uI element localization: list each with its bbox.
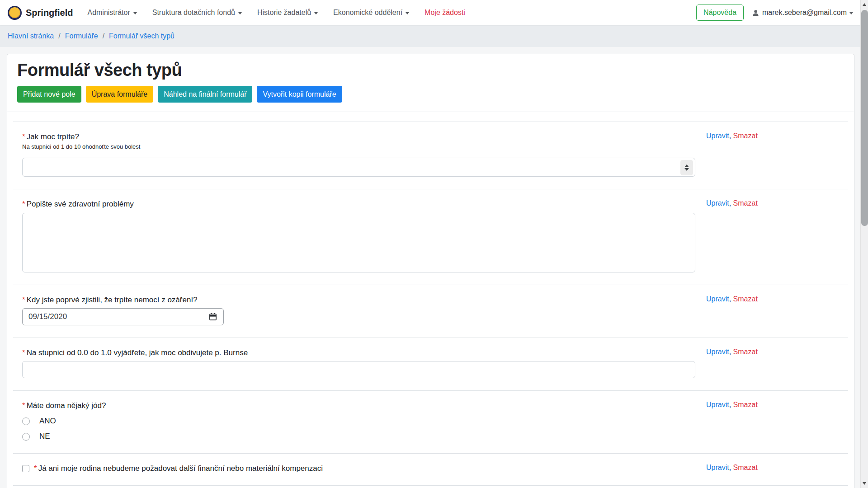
- select-stepper-icon: [680, 160, 693, 175]
- field-main: *Já ani moje rodina nebudeme požadovat d…: [22, 464, 695, 473]
- help-button[interactable]: Nápověda: [696, 5, 744, 21]
- action-separator: ,: [729, 132, 733, 140]
- breadcrumb: Hlavní stránka/Formuláře/Formulář všech …: [8, 32, 175, 40]
- checkbox-input[interactable]: [22, 465, 29, 472]
- radio-input[interactable]: [22, 433, 30, 441]
- delete-link[interactable]: Smazat: [733, 295, 758, 303]
- required-asterisk: *: [22, 296, 25, 304]
- field-actions: Upravit, Smazat: [695, 348, 848, 378]
- field-label: *Já ani moje rodina nebudeme požadovat d…: [22, 464, 695, 473]
- field-label-text: Na stupnici od 0.0 do 1.0 vyjádřete, jak…: [27, 348, 248, 357]
- edit-link[interactable]: Upravit: [706, 132, 729, 140]
- field-label-text: Popište své zdravotní problémy: [27, 200, 134, 208]
- breadcrumb-separator: /: [103, 32, 104, 40]
- toolbar: Přidat nové poleÚprava formulářeNáhled n…: [17, 86, 844, 103]
- breadcrumb-link[interactable]: Formulář všech typů: [109, 32, 175, 40]
- field-label-text: Kdy jste poprvé zjistili, že trpíte nemo…: [27, 296, 198, 304]
- edit-link[interactable]: Upravit: [706, 348, 729, 356]
- breadcrumb-link[interactable]: Formuláře: [65, 32, 98, 40]
- delete-link[interactable]: Smazat: [733, 464, 758, 471]
- radio-option[interactable]: NE: [22, 432, 695, 441]
- toolbar-button-n-hled-na-fin-ln-formul-[interactable]: Náhled na finální formulář: [158, 86, 252, 103]
- window-scrollbar[interactable]: [860, 0, 868, 488]
- text-input[interactable]: [22, 361, 695, 378]
- date-value: 09/15/2020: [28, 312, 67, 321]
- calendar-icon: [208, 312, 217, 324]
- delete-link[interactable]: Smazat: [733, 348, 758, 356]
- action-separator: ,: [729, 401, 733, 408]
- toolbar-button-p-idat-nov-pole[interactable]: Přidat nové pole: [17, 86, 81, 103]
- form-field-row: *Máte doma nějaký jód?ANONEUpravit, Smaz…: [13, 390, 848, 453]
- nav-menu: AdministrátorStruktura dotačních fondůHi…: [87, 9, 465, 17]
- chevron-down-icon: [849, 12, 853, 14]
- nav-item-label: Moje žádosti: [425, 9, 465, 17]
- required-asterisk: *: [22, 200, 25, 208]
- required-asterisk: *: [22, 132, 25, 141]
- form-field-row: *Kdy jste poprvé zjistili, že trpíte nem…: [13, 285, 848, 338]
- form-field-row: *Popište své zdravotní problémyUpravit, …: [13, 189, 848, 285]
- textarea-input[interactable]: [22, 213, 695, 272]
- nav-item-ekonomick-odd-len-[interactable]: Ekonomické oddělení: [333, 9, 409, 17]
- radio-option-label: NE: [39, 432, 50, 441]
- action-separator: ,: [729, 348, 733, 356]
- field-actions: Upravit, Smazat: [695, 401, 848, 441]
- field-label: *Na stupnici od 0.0 do 1.0 vyjádřete, ja…: [22, 348, 695, 357]
- toolbar-button-vytvo-it-kopii-formul-e[interactable]: Vytvořit kopii formuláře: [257, 86, 342, 103]
- action-separator: ,: [729, 464, 733, 471]
- nav-item-moje-dosti[interactable]: Moje žádosti: [425, 9, 465, 17]
- field-label-text: Já ani moje rodina nebudeme požadovat da…: [38, 464, 323, 473]
- scroll-down-arrow-icon[interactable]: [863, 482, 866, 485]
- radio-option[interactable]: ANO: [22, 417, 695, 426]
- form-fields-list: *Jak moc trpíte?Na stupnici od 1 do 10 o…: [13, 112, 848, 488]
- required-asterisk: *: [34, 464, 37, 473]
- radio-option-label: ANO: [39, 417, 56, 426]
- user-menu[interactable]: marek.sebera@gmail.com: [752, 9, 853, 17]
- form-field-row: *Já ani moje rodina nebudeme požadovat d…: [13, 453, 848, 485]
- field-actions: Upravit, Smazat: [695, 295, 848, 325]
- field-main: *Kdy jste poprvé zjistili, že trpíte nem…: [22, 295, 695, 325]
- nav-item-historie-adatel-[interactable]: Historie žadatelů: [257, 9, 318, 17]
- brand-name: Springfield: [26, 8, 73, 18]
- toolbar-button--prava-formul-e[interactable]: Úprava formuláře: [86, 86, 154, 103]
- form-field-row: *Jak moc trpíte?Na stupnici od 1 do 10 o…: [13, 122, 848, 189]
- user-icon: [752, 9, 760, 17]
- field-label: *Máte doma nějaký jód?: [22, 401, 695, 410]
- field-actions: Upravit, Smazat: [695, 199, 848, 272]
- delete-link[interactable]: Smazat: [733, 132, 758, 140]
- breadcrumb-link[interactable]: Hlavní stránka: [8, 32, 54, 40]
- nav-item-label: Administrátor: [87, 9, 130, 17]
- select-input[interactable]: [22, 158, 695, 177]
- action-separator: ,: [729, 295, 733, 303]
- nav-item-administr-tor[interactable]: Administrátor: [87, 9, 137, 17]
- top-navbar: Springfield AdministrátorStruktura dotač…: [0, 0, 868, 25]
- field-help-text: Na stupnici od 1 do 10 ohodnoťte svou bo…: [22, 143, 695, 150]
- form-field-row: *Přesně který den a v kolik hodin vám po…: [13, 485, 848, 488]
- date-input[interactable]: 09/15/2020: [22, 308, 224, 325]
- field-label-text: Máte doma nějaký jód?: [27, 401, 106, 410]
- delete-link[interactable]: Smazat: [733, 199, 758, 207]
- edit-link[interactable]: Upravit: [706, 199, 729, 207]
- action-separator: ,: [729, 199, 733, 207]
- edit-link[interactable]: Upravit: [706, 464, 729, 471]
- required-asterisk: *: [22, 401, 25, 410]
- field-main: *Jak moc trpíte?Na stupnici od 1 do 10 o…: [22, 132, 695, 177]
- scroll-up-arrow-icon[interactable]: [863, 3, 866, 6]
- delete-link[interactable]: Smazat: [733, 401, 758, 408]
- edit-link[interactable]: Upravit: [706, 295, 729, 303]
- edit-link[interactable]: Upravit: [706, 401, 729, 408]
- form-field-row: *Na stupnici od 0.0 do 1.0 vyjádřete, ja…: [13, 338, 848, 390]
- radio-input[interactable]: [22, 418, 30, 425]
- scrollbar-thumb[interactable]: [861, 10, 868, 226]
- nav-item-struktura-dota-n-ch-fond-[interactable]: Struktura dotačních fondů: [152, 9, 242, 17]
- brand[interactable]: Springfield: [8, 6, 73, 20]
- page-title: Formulář všech typů: [17, 61, 844, 80]
- chevron-down-icon: [238, 12, 242, 14]
- field-label-text: Jak moc trpíte?: [27, 132, 79, 141]
- springfield-seal-logo-icon: [8, 6, 22, 20]
- nav-item-label: Historie žadatelů: [257, 9, 311, 17]
- field-label: *Jak moc trpíte?: [22, 132, 695, 141]
- field-actions: Upravit, Smazat: [695, 132, 848, 177]
- chevron-down-icon: [133, 12, 137, 14]
- field-label: *Popište své zdravotní problémy: [22, 199, 695, 209]
- field-main: *Máte doma nějaký jód?ANONE: [22, 401, 695, 441]
